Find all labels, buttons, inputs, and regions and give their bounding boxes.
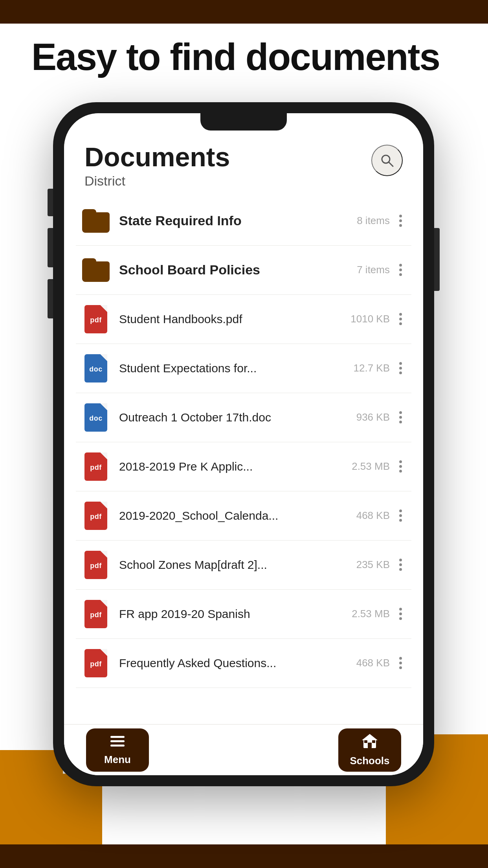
- top-bar: [0, 0, 488, 24]
- phone-screen: Documents District: [64, 113, 423, 775]
- more-button[interactable]: [396, 211, 405, 230]
- more-button[interactable]: [396, 261, 405, 279]
- pdf-icon: pdf: [82, 303, 110, 335]
- tab-menu[interactable]: Menu: [86, 728, 149, 772]
- more-button[interactable]: [396, 605, 405, 623]
- list-item[interactable]: pdf School Zones Map[draft 2]... 235 KB: [76, 541, 411, 590]
- screen-content: Documents District: [64, 113, 423, 775]
- more-button[interactable]: [396, 310, 405, 328]
- doc-icon: doc: [82, 402, 110, 433]
- search-icon: [380, 153, 394, 168]
- side-btn-volume-toggle: [48, 189, 53, 216]
- svg-rect-7: [368, 743, 372, 748]
- file-name: State Required Info: [119, 213, 357, 228]
- file-meta: 1010 KB: [350, 313, 390, 325]
- pdf-icon: pdf: [82, 500, 110, 531]
- menu-icon: [110, 734, 125, 750]
- file-meta: 936 KB: [356, 411, 390, 423]
- file-name: Student Expectations for...: [119, 362, 353, 375]
- page-headline: Easy to find documents: [31, 35, 440, 79]
- more-button[interactable]: [396, 506, 405, 525]
- tab-schools-label: Schools: [350, 755, 389, 767]
- bottom-bar: [0, 844, 488, 868]
- list-item[interactable]: pdf Frequently Asked Questions... 468 KB: [76, 639, 411, 688]
- list-item[interactable]: doc Student Expectations for... 12.7 KB: [76, 344, 411, 393]
- list-item[interactable]: School Board Policies 7 items: [76, 246, 411, 295]
- file-name: 2019-2020_School_Calenda...: [119, 509, 356, 522]
- file-meta: 8 items: [357, 215, 390, 227]
- svg-line-1: [389, 162, 393, 166]
- folder-icon: [82, 254, 110, 286]
- pdf-icon: pdf: [82, 598, 110, 630]
- app-subtitle: District: [84, 173, 230, 189]
- svg-rect-4: [110, 745, 125, 747]
- more-button[interactable]: [396, 555, 405, 574]
- list-item[interactable]: pdf 2019-2020_School_Calenda... 468 KB: [76, 491, 411, 541]
- file-meta: 468 KB: [356, 657, 390, 669]
- app-header: Documents District: [64, 136, 423, 197]
- side-btn-power: [434, 228, 440, 291]
- side-btn-volume-down: [48, 279, 53, 318]
- svg-rect-11: [366, 738, 374, 740]
- tab-menu-label: Menu: [104, 754, 131, 766]
- phone-frame: Documents District: [53, 102, 434, 786]
- file-meta: 468 KB: [356, 509, 390, 522]
- svg-rect-9: [372, 740, 375, 743]
- svg-rect-8: [364, 740, 367, 743]
- file-meta: 2.53 MB: [352, 608, 390, 620]
- svg-rect-2: [110, 736, 125, 738]
- file-name: School Zones Map[draft 2]...: [119, 558, 356, 572]
- more-button[interactable]: [396, 654, 405, 672]
- list-item[interactable]: doc Outreach 1 October 17th.doc 936 KB: [76, 393, 411, 442]
- tab-bar: Menu Schools: [64, 724, 423, 775]
- doc-icon: doc: [82, 353, 110, 384]
- pdf-icon: pdf: [82, 647, 110, 679]
- folder-icon: [82, 205, 110, 237]
- pdf-icon: pdf: [82, 451, 110, 482]
- file-name: Student Handbooks.pdf: [119, 313, 350, 326]
- more-button[interactable]: [396, 408, 405, 427]
- file-name: FR app 2019-20 Spanish: [119, 607, 352, 621]
- file-name: Outreach 1 October 17th.doc: [119, 411, 356, 424]
- schools-icon: [362, 733, 378, 752]
- list-item[interactable]: pdf 2018-2019 Pre K Applic... 2.53 MB: [76, 442, 411, 491]
- more-button[interactable]: [396, 359, 405, 377]
- list-item[interactable]: pdf FR app 2019-20 Spanish 2.53 MB: [76, 590, 411, 639]
- file-name: School Board Policies: [119, 262, 357, 278]
- file-meta: 7 items: [357, 264, 390, 276]
- pdf-icon: pdf: [82, 549, 110, 581]
- notch: [200, 113, 287, 131]
- list-item[interactable]: pdf Student Handbooks.pdf 1010 KB: [76, 295, 411, 344]
- file-meta: 12.7 KB: [353, 362, 390, 374]
- file-meta: 2.53 MB: [352, 460, 390, 473]
- list-item[interactable]: State Required Info 8 items: [76, 197, 411, 246]
- file-name: 2018-2019 Pre K Applic...: [119, 460, 352, 473]
- deco-left-small: [0, 750, 63, 774]
- tab-schools[interactable]: Schools: [338, 728, 401, 772]
- file-list: State Required Info 8 items School Board…: [64, 197, 423, 724]
- side-btn-volume-up: [48, 228, 53, 267]
- svg-rect-3: [110, 740, 125, 742]
- search-button[interactable]: [371, 145, 403, 176]
- more-button[interactable]: [396, 457, 405, 476]
- file-name: Frequently Asked Questions...: [119, 657, 356, 670]
- app-title: Documents: [84, 142, 230, 172]
- file-meta: 235 KB: [356, 559, 390, 571]
